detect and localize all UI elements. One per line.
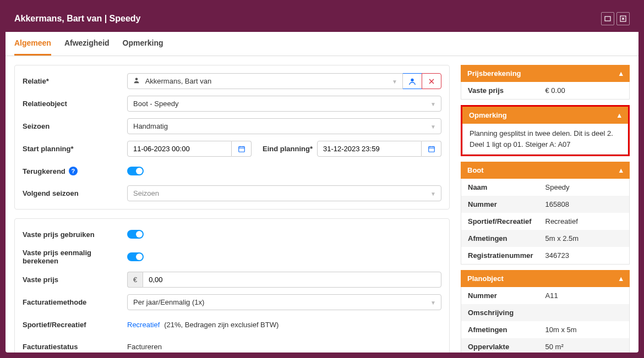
plan-opp-label: Oppervlakte [468,343,545,351]
boot-afmetingen-label: Afmetingen [468,234,545,243]
label-volgend-seizoen: Volgend seizoen [23,189,127,197]
factstatus-value: Factureren [127,343,162,351]
person-icon [133,77,142,85]
panel-header-opmerking[interactable]: Opmerking ▴ [462,107,628,124]
svg-point-3 [411,78,413,81]
plan-oms-label: Omschrijving [468,309,545,317]
view-relation-button[interactable] [402,73,422,89]
select-relatieobject[interactable]: Boot - Speedy ▼ [127,96,441,112]
svg-point-2 [135,78,138,81]
help-icon[interactable]: ? [69,167,78,175]
card-pricing: Vaste prijs gebruiken Vaste prijs eenmal… [14,218,450,353]
svg-rect-0 [605,16,610,21]
panel-header-prijs[interactable]: Prijsberekening ▴ [461,65,630,82]
label-seizoen: Seizoen [23,122,127,130]
modal-title: Akkermans, Bart van | Speedy [14,14,140,24]
volgend-value: Seizoen [127,185,441,201]
tab-opmerking[interactable]: Opmerking [123,32,163,56]
vaste-prijs-value: € 0.00 [545,86,623,95]
window-maximize-icon[interactable] [601,12,614,25]
boot-reg-value: 346723 [545,251,623,260]
label-start-planning: Start planning* [23,145,127,153]
label-sportief: Sportief/Recreatief [23,321,127,329]
plan-afm-label: Afmetingen [468,326,545,334]
opmerking-text: Planning gesplitst in twee delen. Dit is… [463,124,627,154]
label-factmethode: Facturatiemethode [23,298,127,306]
panel-prijsberekening: Prijsberekening ▴ Vaste prijs€ 0.00 [461,65,630,100]
boot-afmetingen-value: 5m x 2.5m [545,234,623,243]
boot-sportief-label: Sportief/Recreatief [468,217,545,225]
plan-nummer-label: Nummer [468,291,545,300]
toggle-vaste-eenmalig[interactable] [127,252,144,261]
modal-window: Akkermans, Bart van | Speedy Algemeen Af… [6,5,638,353]
calendar-icon[interactable] [232,141,252,157]
modal-header: Akkermans, Bart van | Speedy [6,5,638,32]
label-terugkerend: Terugkerend ? [23,167,127,175]
plan-nummer-value: A11 [545,291,623,300]
chevron-up-icon: ▴ [618,111,621,119]
plan-oms-value [545,309,623,317]
sportief-link[interactable]: Recreatief [127,321,160,329]
plan-opp-value: 50 m² [545,343,623,351]
toggle-terugkerend[interactable] [127,167,144,175]
plan-afm-value: 10m x 5m [545,326,623,334]
seizoen-value: Handmatig [127,118,441,134]
select-factmethode[interactable]: Per jaar/Eenmalig (1x) ▼ [127,294,441,310]
toggle-vaste-gebruiken[interactable] [127,230,144,239]
eind-date-input[interactable] [317,141,422,157]
vaste-prijs-label: Vaste prijs [468,86,545,95]
boot-nummer-value: 165808 [545,200,623,208]
factmethode-value: Per jaar/Eenmalig (1x) [127,294,441,310]
close-icon[interactable] [616,12,630,25]
label-factstatus: Facturatiestatus [23,343,127,351]
label-eind-planning: Eind planning* [263,145,313,153]
chevron-up-icon: ▴ [619,274,623,283]
tab-algemeen[interactable]: Algemeen [14,32,51,56]
label-vaste-gebruiken: Vaste prijs gebruiken [23,230,127,239]
panel-boot: Boot ▴ NaamSpeedy Nummer165808 Sportief/… [461,162,630,265]
label-vaste-prijs: Vaste prijs [23,276,127,284]
relatie-value: Akkermans, Bart van [145,77,212,85]
label-relatieobject: Relatieobject [23,100,127,108]
tab-afwezigheid[interactable]: Afwezigheid [64,32,110,56]
panel-header-boot[interactable]: Boot ▴ [461,162,630,179]
tab-bar: Algemeen Afwezigheid Opmerking [6,32,638,56]
panel-planobject: Planobject ▴ NummerA11 Omschrijving Afme… [461,270,630,353]
clear-relation-button[interactable] [422,73,441,89]
boot-sportief-value: Recreatief [545,217,623,225]
currency-symbol: € [127,272,143,288]
boot-naam-value: Speedy [545,183,623,191]
modal-actions [601,12,630,25]
select-relatie[interactable]: Akkermans, Bart van ▼ [127,73,403,89]
sportief-rest: (21%, Bedragen zijn exclusief BTW) [164,321,279,329]
chevron-up-icon: ▴ [619,69,623,78]
select-volgend-seizoen[interactable]: Seizoen ▼ [127,185,441,201]
select-seizoen[interactable]: Handmatig ▼ [127,118,441,134]
panel-opmerking-highlighted: Opmerking ▴ Planning gesplitst in twee d… [461,105,630,156]
vaste-prijs-input[interactable] [143,272,441,288]
label-vaste-eenmalig: Vaste prijs eenmalig berekenen [23,249,127,265]
card-general: Relatie* Akkermans, Bart van ▼ [14,65,450,210]
label-relatie: Relatie* [23,77,127,85]
svg-rect-5 [428,146,434,152]
panel-header-planobject[interactable]: Planobject ▴ [461,270,630,287]
boot-naam-label: Naam [468,183,545,191]
calendar-icon[interactable] [422,141,441,157]
svg-rect-4 [238,146,244,152]
relatieobject-value: Boot - Speedy [127,96,441,112]
boot-nummer-label: Nummer [468,200,545,208]
boot-reg-label: Registratienummer [468,251,545,260]
chevron-up-icon: ▴ [619,166,623,174]
start-date-input[interactable] [127,141,232,157]
